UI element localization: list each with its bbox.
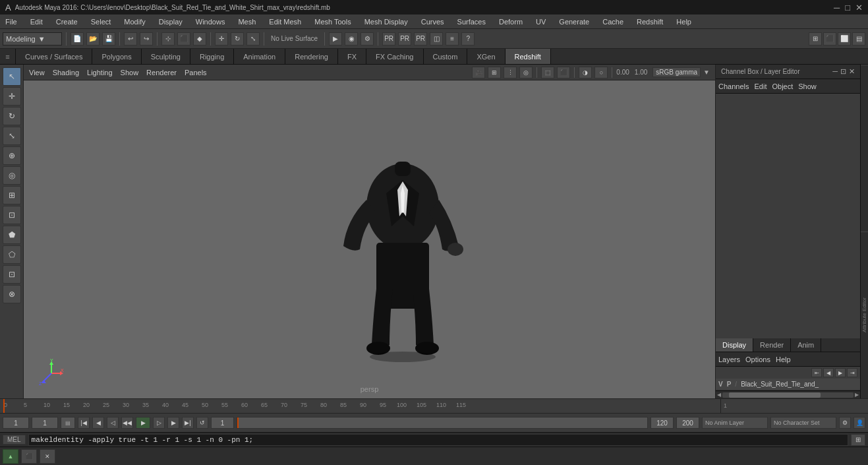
wireframe-btn[interactable]: ⬚ <box>541 67 554 78</box>
cb-menu-edit[interactable]: Edit <box>754 82 767 90</box>
cb-menu-channels[interactable]: Channels <box>718 82 749 90</box>
tab-rigging[interactable]: Rigging <box>190 49 234 64</box>
extra-btn4[interactable]: ◫ <box>430 32 443 46</box>
menu-edit[interactable]: Edit <box>28 16 45 27</box>
menu-file[interactable]: File <box>3 16 20 27</box>
output-window-btn[interactable]: ✕ <box>40 449 55 464</box>
redo-btn[interactable]: ↪ <box>140 32 153 46</box>
menu-create[interactable]: Create <box>53 16 80 27</box>
timeline-options[interactable]: ▤ <box>61 417 75 429</box>
tab-animation[interactable]: Animation <box>234 49 285 64</box>
cmd-options-btn[interactable]: ⊞ <box>851 434 865 446</box>
script-editor-btn[interactable]: ⬛ <box>21 449 37 464</box>
paint-btn[interactable]: ◆ <box>193 32 206 46</box>
film-btn[interactable]: ⊞ <box>488 67 501 78</box>
open-file-btn[interactable]: 📂 <box>86 32 100 46</box>
view-btn1[interactable]: ⊞ <box>809 32 822 46</box>
select-btn[interactable]: ⊹ <box>161 32 175 46</box>
menu-mesh-display[interactable]: Mesh Display <box>362 16 411 27</box>
grid-btn[interactable]: ⋮ <box>504 67 517 78</box>
tab-menu-btn[interactable]: ≡ <box>0 49 16 64</box>
vp-menu-renderer[interactable]: Renderer <box>146 69 177 77</box>
vp-menu-panels[interactable]: Panels <box>185 69 207 77</box>
cam-btn[interactable]: 🎥 <box>472 67 485 78</box>
current-frame-input[interactable] <box>3 417 29 429</box>
menu-display[interactable]: Display <box>156 16 185 27</box>
layer-nav-last[interactable]: ⇥ <box>847 368 857 377</box>
play-btn[interactable]: ▶ <box>136 417 150 429</box>
extra-btn1[interactable]: PR <box>382 32 395 46</box>
extra-btn3[interactable]: PR <box>414 32 427 46</box>
viewport-3d[interactable]: persp X Y Z <box>24 80 715 398</box>
go-end-btn[interactable]: ▶| <box>182 417 194 429</box>
ipr-btn[interactable]: ◉ <box>345 32 358 46</box>
cb-menu-object[interactable]: Object <box>772 82 793 90</box>
menu-help[interactable]: Help <box>674 16 694 27</box>
close-button[interactable]: ✕ <box>855 3 863 13</box>
playback-range[interactable] <box>237 417 648 429</box>
menu-select[interactable]: Select <box>88 16 114 27</box>
settings-btn[interactable]: ⚙ <box>361 32 374 46</box>
tab-polygons[interactable]: Polygons <box>92 49 141 64</box>
tab-curves-surfaces[interactable]: Curves / Surfaces <box>16 49 92 64</box>
extra-btn6[interactable]: ? <box>461 32 475 46</box>
menu-modify[interactable]: Modify <box>121 16 148 27</box>
layer-visibility[interactable]: V <box>718 381 723 388</box>
layer-p[interactable]: P <box>727 381 732 388</box>
menu-redshift[interactable]: Redshift <box>634 16 666 27</box>
menu-cache[interactable]: Cache <box>600 16 626 27</box>
next-key-btn[interactable]: ▷ <box>153 417 165 429</box>
snap-btn[interactable]: ⊡ <box>3 206 21 224</box>
frame-end-input[interactable] <box>651 417 674 429</box>
layer-name[interactable]: Black_Suit_Red_Tie_and_ <box>741 381 857 388</box>
anim-pref-btn[interactable]: ⚙ <box>839 417 851 429</box>
select-tool-btn[interactable]: ↖ <box>3 67 21 86</box>
panel-detach-btn[interactable]: ⊡ <box>840 67 846 76</box>
menu-uv[interactable]: UV <box>533 16 548 27</box>
menu-deform[interactable]: Deform <box>496 16 525 27</box>
undo-btn[interactable]: ↩ <box>124 32 137 46</box>
module-selector[interactable]: Modeling ▼ <box>3 32 62 46</box>
view-btn2[interactable]: ⬛ <box>823 32 836 46</box>
current-frame2-input[interactable] <box>32 417 58 429</box>
tab-anim[interactable]: Anim <box>791 338 821 352</box>
char-pref-btn[interactable]: 👤 <box>854 417 865 429</box>
workspace-btn[interactable]: ▲ <box>3 449 18 464</box>
vp-menu-view[interactable]: View <box>29 69 45 77</box>
next-frame-btn[interactable]: ▶ <box>167 417 179 429</box>
layer-nav-next[interactable]: ▶ <box>835 368 846 377</box>
tab-fx[interactable]: FX <box>338 49 366 64</box>
rotate-tool-btn[interactable]: ↻ <box>3 107 21 125</box>
panel-close-btn[interactable]: ✕ <box>849 67 855 76</box>
tab-redshift[interactable]: Redshift <box>506 49 551 64</box>
move-btn[interactable]: ✛ <box>215 32 228 46</box>
save-btn[interactable]: 💾 <box>102 32 115 46</box>
scroll-track[interactable] <box>722 392 854 398</box>
tab-fx-caching[interactable]: FX Caching <box>366 49 423 64</box>
menu-curves[interactable]: Curves <box>419 16 447 27</box>
lasso-btn[interactable]: ⬛ <box>177 32 190 46</box>
vp-menu-lighting[interactable]: Lighting <box>87 69 113 77</box>
scroll-right[interactable]: ▶ <box>855 392 859 398</box>
rotate-btn[interactable]: ↻ <box>231 32 244 46</box>
tab-custom[interactable]: Custom <box>424 49 468 64</box>
menu-surfaces[interactable]: Surfaces <box>455 16 488 27</box>
curve-tool-btn[interactable]: ⊡ <box>3 265 21 284</box>
timeline-track[interactable]: 0 5 10 15 20 25 30 35 40 45 50 55 60 65 <box>3 399 720 413</box>
prev-frame-btn[interactable]: ◀ <box>92 417 104 429</box>
minimize-button[interactable]: ─ <box>834 3 840 13</box>
char-set-selector[interactable]: No Character Set <box>770 417 836 429</box>
smooth-btn[interactable]: ⬛ <box>557 67 570 78</box>
panel-collapse-btn[interactable]: ─ <box>832 67 838 76</box>
layers-menu-layers[interactable]: Layers <box>718 356 740 363</box>
scale-tool-btn[interactable]: ⤡ <box>3 127 21 145</box>
paint-weights-btn[interactable]: ⬠ <box>3 245 21 264</box>
layer-nav-prev[interactable]: ◀ <box>823 368 834 377</box>
cb-menu-show[interactable]: Show <box>798 82 817 90</box>
pivot-btn[interactable]: ⊞ <box>3 186 21 204</box>
component-btn[interactable]: ⬟ <box>3 226 21 244</box>
view-btn4[interactable]: ▤ <box>852 32 865 46</box>
extra-btn5[interactable]: ≡ <box>446 32 459 46</box>
tab-xgen[interactable]: XGen <box>467 49 505 64</box>
vtab-attr-editor[interactable]: Attribute Editor <box>861 232 868 398</box>
